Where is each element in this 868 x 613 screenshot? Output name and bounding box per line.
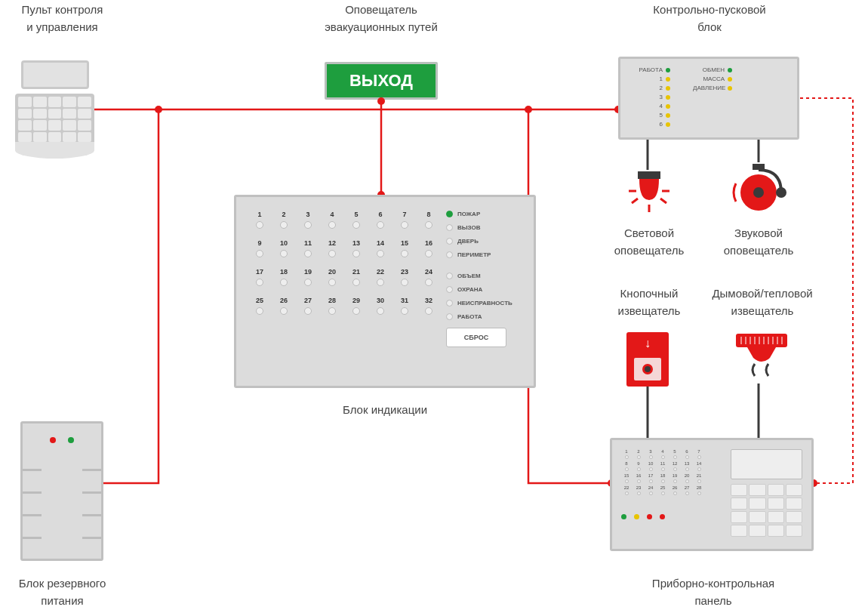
zone-number: 3 xyxy=(298,211,318,218)
zone-led xyxy=(274,221,294,229)
exit-sign: ВЫХОД xyxy=(325,62,438,100)
wire-node xyxy=(155,106,162,113)
zone-number: 4 xyxy=(322,211,342,218)
svg-line-3 xyxy=(632,199,638,203)
zone-led xyxy=(395,279,414,286)
zone-led xyxy=(298,279,318,286)
label-button-detector: Кнопочныйизвещатель xyxy=(600,285,698,319)
zone-number: 13 xyxy=(346,239,366,247)
smoke-detector-device xyxy=(732,332,791,388)
control-panel-display xyxy=(731,449,802,479)
sound-alarm-icon xyxy=(728,162,789,226)
zone-led xyxy=(322,279,342,286)
zone-number: 8 xyxy=(419,211,439,218)
label-exit-notifier: Оповещательэвакуационных путей xyxy=(298,2,464,35)
zone-led xyxy=(250,221,269,229)
keypad-screen xyxy=(21,60,89,89)
zone-number: 22 xyxy=(371,268,390,276)
control-panel-device: 1234567891011121314151617181920212223242… xyxy=(610,438,814,551)
zone-number: 30 xyxy=(371,297,390,304)
label-sound-notifier: Звуковойоповещатель xyxy=(713,225,804,259)
label-indication-block: Блок индикации xyxy=(332,402,438,419)
zone-led xyxy=(298,221,318,229)
zone-number: 20 xyxy=(322,268,342,276)
keypad-keys xyxy=(15,94,94,145)
zone-led xyxy=(371,279,390,286)
zone-led xyxy=(274,279,294,286)
zone-led xyxy=(371,250,390,257)
clb-status-row: 3 xyxy=(631,94,670,100)
label-smoke-detector: Дымовой/тепловойизвещатель xyxy=(702,285,823,319)
zone-number: 6 xyxy=(371,211,390,218)
zone-led xyxy=(419,307,439,315)
zone-number: 29 xyxy=(346,297,366,304)
zone-number: 1 xyxy=(250,211,269,218)
clb-status-row: 1 xyxy=(631,75,670,82)
zone-led xyxy=(250,279,269,286)
indication-block-device: 1234567891011121314151617181920212223242… xyxy=(234,195,536,388)
zone-number: 14 xyxy=(371,239,390,247)
zone-number: 5 xyxy=(346,211,366,218)
zone-led xyxy=(371,307,390,315)
label-light-notifier: Световойоповещатель xyxy=(604,225,694,259)
zone-led xyxy=(322,221,342,229)
zone-led xyxy=(419,221,439,229)
svg-line-4 xyxy=(660,199,666,203)
status-row: ПЕРИМЕТР xyxy=(446,251,525,258)
label-control-launch-block: Контрольно-пусковойблок xyxy=(604,2,815,35)
zone-number: 10 xyxy=(274,239,294,247)
zone-led xyxy=(371,221,390,229)
light-alarm-icon xyxy=(623,170,676,226)
zone-number: 28 xyxy=(322,297,342,304)
svg-rect-0 xyxy=(638,171,660,179)
zone-led xyxy=(298,250,318,257)
zone-led xyxy=(322,307,342,315)
zone-number: 19 xyxy=(298,268,318,276)
reset-button[interactable]: СБРОС xyxy=(446,328,506,347)
svg-rect-10 xyxy=(736,334,787,347)
control-launch-block-device: РАБОТА123456 ОБМЕНМАССАДАВЛЕНИЕ xyxy=(618,57,799,140)
status-row: ДВЕРЬ xyxy=(446,238,525,245)
zone-number: 17 xyxy=(250,268,269,276)
backup-power-device xyxy=(20,421,103,561)
zone-number: 7 xyxy=(395,211,414,218)
clb-status-row: РАБОТА xyxy=(631,66,670,73)
clb-status-row: 6 xyxy=(631,121,670,128)
zone-number: 23 xyxy=(395,268,414,276)
label-control-panel: Приборно-контрольнаяпанель xyxy=(626,575,800,609)
control-keypad-device xyxy=(15,60,94,166)
status-row: ОБЪЕМ xyxy=(446,273,525,279)
zone-number: 26 xyxy=(274,297,294,304)
zone-led xyxy=(250,250,269,257)
zone-number: 16 xyxy=(419,239,439,247)
zone-number: 2 xyxy=(274,211,294,218)
zone-number: 11 xyxy=(298,239,318,247)
clb-status-row: 4 xyxy=(631,103,670,109)
clb-status-row: 2 xyxy=(631,85,670,91)
arrow-down-icon: ↓ xyxy=(645,337,651,350)
zone-led xyxy=(346,250,366,257)
label-control-keypad: Пульт контроляи управления xyxy=(0,2,125,35)
zone-led xyxy=(419,279,439,286)
zone-led xyxy=(346,221,366,229)
button-detector-device: ↓ xyxy=(626,332,669,387)
control-panel-keypad xyxy=(731,484,802,537)
svg-point-8 xyxy=(753,187,764,198)
zone-led xyxy=(250,307,269,315)
zone-led xyxy=(346,279,366,286)
zone-led xyxy=(395,307,414,315)
zone-number: 18 xyxy=(274,268,294,276)
zone-number: 12 xyxy=(322,239,342,247)
label-backup-power: Блок резервногопитания xyxy=(0,575,125,609)
zone-led xyxy=(274,307,294,315)
clb-status-row: ДАВЛЕНИЕ xyxy=(693,85,732,91)
clb-status-row: ОБМЕН xyxy=(693,66,732,73)
zone-led xyxy=(395,250,414,257)
zone-number: 32 xyxy=(419,297,439,304)
zone-number: 9 xyxy=(250,239,269,247)
zone-number: 15 xyxy=(395,239,414,247)
svg-point-9 xyxy=(776,187,786,198)
zone-led xyxy=(322,250,342,257)
status-row: РАБОТА xyxy=(446,313,525,320)
wire-node xyxy=(525,106,532,113)
